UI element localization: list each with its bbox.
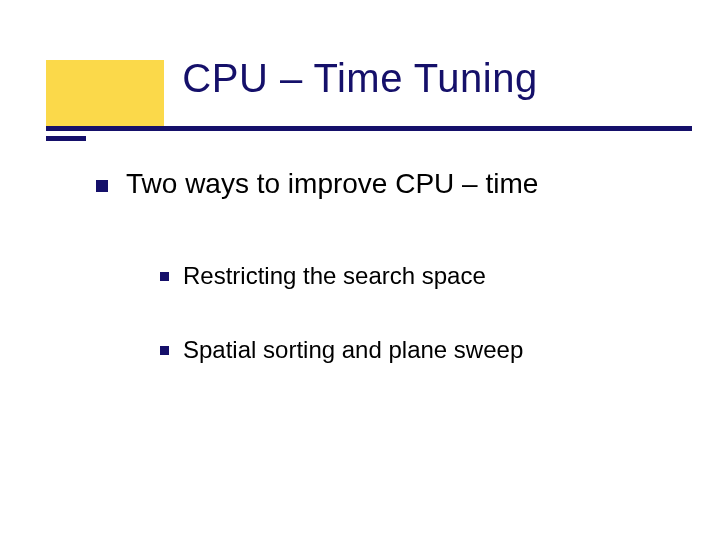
bullet-level2: Spatial sorting and plane sweep [160, 336, 523, 364]
bullet-text-sub-2: Spatial sorting and plane sweep [183, 336, 523, 364]
bullet-level1: Two ways to improve CPU – time [96, 168, 538, 200]
bullet-level2: Restricting the search space [160, 262, 486, 290]
bullet-text-main: Two ways to improve CPU – time [126, 168, 538, 200]
title-divider-short [46, 136, 86, 141]
bullet-text-sub-1: Restricting the search space [183, 262, 486, 290]
square-bullet-icon [160, 272, 169, 281]
square-bullet-icon [96, 180, 108, 192]
slide-title: CPU – Time Tuning [0, 56, 720, 101]
title-divider-line [46, 126, 692, 131]
square-bullet-icon [160, 346, 169, 355]
slide: CPU – Time Tuning Two ways to improve CP… [0, 0, 720, 540]
